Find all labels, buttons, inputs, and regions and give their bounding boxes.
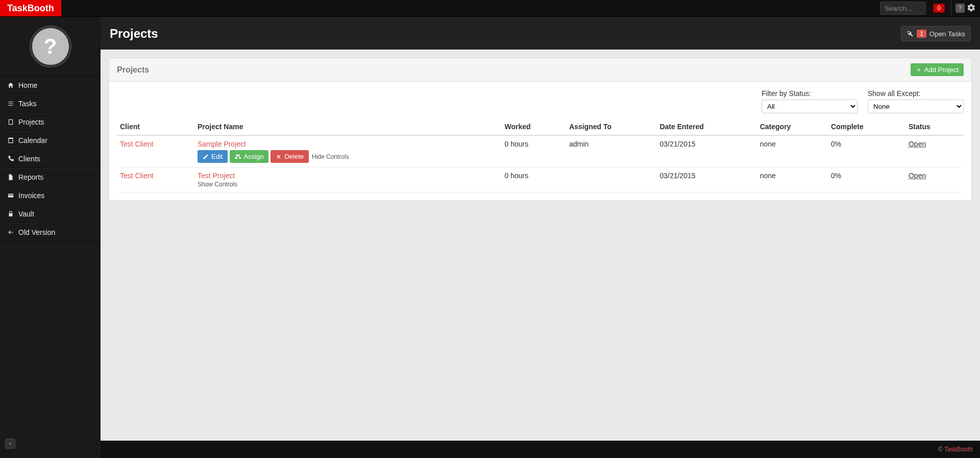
sidebar-item-label: Invoices xyxy=(18,191,44,200)
add-project-label: Add Project xyxy=(924,66,959,74)
category-cell: none xyxy=(757,135,828,167)
sidebar-item-invoices[interactable]: Invoices xyxy=(0,187,101,204)
panel-body: Filter by Status: All Show all Except: N… xyxy=(109,82,971,200)
add-project-button[interactable]: Add Project xyxy=(911,63,964,76)
edit-icon xyxy=(203,154,209,160)
sidebar-item-label: Reports xyxy=(18,173,43,181)
sidebar-item-calendar[interactable]: Calendar xyxy=(0,132,101,149)
page-header: Projects 1 Open Tasks xyxy=(101,17,980,50)
panel-heading: Projects Add Project xyxy=(109,58,971,82)
filter-status-select[interactable]: All xyxy=(762,100,857,113)
open-tasks-label: Open Tasks xyxy=(929,30,965,38)
sidebar-item-tasks[interactable]: Tasks xyxy=(0,95,101,112)
panel-title: Projects xyxy=(117,65,149,75)
avatar[interactable]: ? xyxy=(30,26,71,67)
open-tasks-button[interactable]: 1 Open Tasks xyxy=(901,26,971,41)
settings-icon[interactable] xyxy=(967,3,976,14)
worked-cell: 0 hours xyxy=(502,167,567,192)
client-link[interactable]: Test Client xyxy=(120,172,153,180)
wrench-icon xyxy=(906,30,914,37)
footer-brand-link[interactable]: TaskBooth xyxy=(944,446,973,453)
show-controls-link[interactable]: Show Controls xyxy=(198,181,237,188)
open-tasks-count: 1 xyxy=(917,30,926,38)
category-cell: none xyxy=(757,167,828,192)
file-icon xyxy=(7,174,14,181)
filter-except-select[interactable]: None xyxy=(868,100,964,113)
page-title: Projects xyxy=(110,27,158,41)
complete-cell: 0% xyxy=(828,135,905,167)
status-cell[interactable]: Open xyxy=(909,172,926,180)
sidebar-item-label: Calendar xyxy=(18,136,47,144)
footer-copyright: © xyxy=(938,446,943,453)
home-icon xyxy=(7,82,14,89)
phone-icon xyxy=(7,155,14,162)
plus-icon xyxy=(916,67,922,73)
list-icon xyxy=(7,100,14,107)
date-cell: 03/21/2015 xyxy=(656,167,756,192)
svg-rect-0 xyxy=(8,194,14,198)
project-link[interactable]: Test Project xyxy=(198,172,235,180)
sidebar-item-home[interactable]: Home xyxy=(0,77,101,94)
content-area: Projects Add Project Filter by Status: A… xyxy=(101,50,980,441)
sidebar-nav: Home Tasks Projects Calendar Clients Rep… xyxy=(0,76,101,242)
projects-table: Client Project Name Worked Assigned To D… xyxy=(117,118,964,192)
row-controls: Edit Assign Delete xyxy=(198,150,499,163)
project-link[interactable]: Sample Project xyxy=(198,140,246,148)
lock-icon xyxy=(7,210,14,218)
avatar-container: ? xyxy=(0,17,101,76)
col-status: Status xyxy=(905,118,964,135)
complete-cell: 0% xyxy=(828,167,905,192)
search-input[interactable] xyxy=(880,2,926,15)
sidebar-item-label: Clients xyxy=(18,155,40,163)
assign-button[interactable]: Assign xyxy=(230,150,268,163)
filters: Filter by Status: All Show all Except: N… xyxy=(117,89,964,113)
projects-panel: Projects Add Project Filter by Status: A… xyxy=(109,58,972,201)
sidebar-item-label: Vault xyxy=(18,210,34,218)
main: Projects 1 Open Tasks Projects Add Proje… xyxy=(101,17,980,458)
sidebar-item-clients[interactable]: Clients xyxy=(0,150,101,167)
delete-button[interactable]: Delete xyxy=(271,150,309,163)
sidebar-item-label: Old Version xyxy=(18,228,55,236)
book-icon xyxy=(7,118,14,126)
col-category: Category xyxy=(757,118,828,135)
back-to-top-button[interactable] xyxy=(5,439,15,449)
col-project: Project Name xyxy=(194,118,502,135)
table-row: Test Client Sample Project Edit xyxy=(117,135,964,167)
card-icon xyxy=(7,192,14,199)
users-icon xyxy=(235,154,241,160)
filter-status-label: Filter by Status: xyxy=(762,89,857,98)
sidebar-item-label: Projects xyxy=(18,118,44,126)
sidebar-item-reports[interactable]: Reports xyxy=(0,168,101,186)
notification-badge[interactable]: 0 xyxy=(933,4,945,13)
sidebar: ? Home Tasks Projects Calendar Clients R… xyxy=(0,17,101,458)
status-cell[interactable]: Open xyxy=(909,140,926,148)
table-row: Test Client Test Project Show Controls 0… xyxy=(117,167,964,192)
col-assigned: Assigned To xyxy=(566,118,656,135)
assigned-cell xyxy=(566,167,656,192)
sidebar-item-old-version[interactable]: Old Version xyxy=(0,224,101,241)
col-client: Client xyxy=(117,118,194,135)
filter-status-group: Filter by Status: All xyxy=(762,89,857,113)
filter-except-label: Show all Except: xyxy=(868,89,964,98)
sidebar-item-label: Tasks xyxy=(18,100,37,108)
help-icon[interactable]: ? xyxy=(955,4,965,13)
close-icon xyxy=(276,154,282,160)
assigned-cell: admin xyxy=(566,135,656,167)
svg-rect-1 xyxy=(8,195,14,195)
sidebar-item-label: Home xyxy=(18,81,37,89)
sidebar-item-projects[interactable]: Projects xyxy=(0,113,101,131)
calendar-icon xyxy=(7,137,14,144)
arrow-left-icon xyxy=(7,229,14,236)
hide-controls-link[interactable]: Hide Controls xyxy=(312,153,349,160)
edit-button[interactable]: Edit xyxy=(198,150,228,163)
footer: © TaskBooth xyxy=(101,441,980,458)
topbar: TaskBooth 0 ? xyxy=(0,0,980,17)
col-complete: Complete xyxy=(828,118,905,135)
worked-cell: 0 hours xyxy=(502,135,567,167)
col-worked: Worked xyxy=(502,118,567,135)
sidebar-item-vault[interactable]: Vault xyxy=(0,205,101,223)
filter-except-group: Show all Except: None xyxy=(868,89,964,113)
app-logo[interactable]: TaskBooth xyxy=(0,0,61,16)
date-cell: 03/21/2015 xyxy=(656,135,756,167)
client-link[interactable]: Test Client xyxy=(120,140,153,148)
